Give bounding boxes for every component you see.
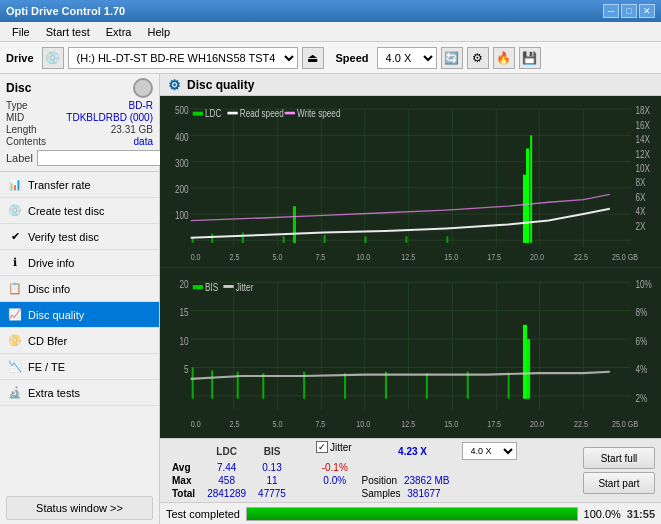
svg-rect-103 — [508, 373, 510, 399]
disc-mid-val: TDKBLDRBD (000) — [66, 112, 153, 123]
menu-start-test[interactable]: Start test — [38, 24, 98, 40]
svg-rect-99 — [344, 373, 346, 399]
sidebar-item-verify-test-disc[interactable]: ✔ Verify test disc — [0, 224, 159, 250]
progress-bar-container — [246, 507, 578, 521]
svg-rect-55 — [227, 112, 237, 115]
refresh-button[interactable]: 🔄 — [441, 47, 463, 69]
svg-text:16X: 16X — [635, 119, 650, 131]
svg-text:20.0: 20.0 — [530, 252, 544, 262]
action-buttons: Start full Start part — [583, 447, 655, 494]
create-test-disc-icon: 💿 — [8, 204, 22, 218]
svg-rect-0 — [160, 96, 661, 267]
svg-text:Read speed: Read speed — [240, 107, 284, 119]
disc-label-row: Label 🔍 — [6, 149, 153, 167]
chart2-svg: 20 15 10 5 10% 8% 6% 4% 2% 0.0 2.5 5.0 7… — [160, 268, 661, 439]
svg-text:12.5: 12.5 — [401, 417, 415, 428]
sidebar-item-label: Verify test disc — [28, 231, 99, 243]
avg-ldc: 7.44 — [201, 461, 252, 474]
start-part-button[interactable]: Start part — [583, 472, 655, 494]
svg-rect-52 — [530, 135, 532, 243]
sidebar-item-create-test-disc[interactable]: 💿 Create test disc — [0, 198, 159, 224]
svg-rect-102 — [467, 371, 469, 398]
svg-rect-94 — [192, 367, 194, 398]
speed-select[interactable]: 4.0 X — [377, 47, 437, 69]
status-window-button[interactable]: Status window >> — [6, 496, 153, 520]
svg-text:Jitter: Jitter — [236, 280, 254, 293]
sidebar-item-disc-quality[interactable]: 📈 Disc quality — [0, 302, 159, 328]
max-jitter: 0.0% — [312, 474, 356, 487]
svg-text:18X: 18X — [635, 104, 650, 116]
close-button[interactable]: ✕ — [639, 4, 655, 18]
speed-label: Speed — [336, 52, 369, 64]
svg-text:2%: 2% — [635, 391, 647, 404]
minimize-button[interactable]: ─ — [603, 4, 619, 18]
extra-tests-icon: 🔬 — [8, 386, 22, 400]
settings-button[interactable]: ⚙ — [467, 47, 489, 69]
disc-type-val: BD-R — [129, 100, 153, 111]
transfer-rate-icon: 📊 — [8, 178, 22, 192]
svg-text:10.0: 10.0 — [356, 252, 370, 262]
start-full-button[interactable]: Start full — [583, 447, 655, 469]
stats-speed-select[interactable]: 4.0 X — [462, 442, 517, 460]
svg-text:8X: 8X — [635, 176, 646, 188]
jitter-checkbox[interactable]: ✓ — [316, 441, 328, 453]
disc-length-val: 23.31 GB — [111, 124, 153, 135]
disc-type-key: Type — [6, 100, 28, 111]
samples-label: Samples 381677 — [356, 487, 456, 500]
svg-rect-100 — [385, 371, 387, 398]
svg-text:0.0: 0.0 — [191, 252, 201, 262]
svg-text:4%: 4% — [635, 362, 647, 375]
sidebar-item-extra-tests[interactable]: 🔬 Extra tests — [0, 380, 159, 406]
svg-text:12X: 12X — [635, 148, 650, 160]
svg-text:25.0 GB: 25.0 GB — [612, 417, 638, 428]
bottom-status-bar: Test completed 100.0% 31:55 — [160, 502, 661, 524]
disc-contents-row: Contents data — [6, 136, 153, 147]
svg-text:5.0: 5.0 — [272, 252, 282, 262]
sidebar-item-drive-info[interactable]: ℹ Drive info — [0, 250, 159, 276]
svg-text:4X: 4X — [635, 205, 646, 217]
svg-text:5.0: 5.0 — [272, 417, 282, 428]
svg-text:12.5: 12.5 — [401, 252, 415, 262]
chart2-container: 20 15 10 5 10% 8% 6% 4% 2% 0.0 2.5 5.0 7… — [160, 268, 661, 439]
disc-header: Disc — [6, 78, 153, 98]
disc-length-key: Length — [6, 124, 37, 135]
disc-label-key: Label — [6, 152, 33, 164]
fe-te-icon: 📉 — [8, 360, 22, 374]
svg-text:15.0: 15.0 — [444, 252, 458, 262]
disc-quality-icon: 📈 — [8, 308, 22, 322]
drive-select[interactable]: (H:) HL-DT-ST BD-RE WH16NS58 TST4 — [68, 47, 298, 69]
svg-rect-59 — [160, 268, 661, 439]
sidebar-item-label: Drive info — [28, 257, 74, 269]
eject-button[interactable]: ⏏ — [302, 47, 324, 69]
svg-text:17.5: 17.5 — [487, 417, 501, 428]
maximize-button[interactable]: □ — [621, 4, 637, 18]
disc-label-input[interactable] — [37, 150, 170, 166]
avg-bis: 0.13 — [252, 461, 292, 474]
save-button[interactable]: 💾 — [519, 47, 541, 69]
menu-help[interactable]: Help — [139, 24, 178, 40]
svg-rect-95 — [211, 370, 213, 398]
burn-button[interactable]: 🔥 — [493, 47, 515, 69]
disc-contents-val: data — [134, 136, 153, 147]
total-bis: 47775 — [252, 487, 292, 500]
svg-text:300: 300 — [175, 157, 189, 169]
samples-val: 381677 — [407, 488, 440, 499]
svg-rect-42 — [211, 234, 213, 243]
svg-rect-105 — [527, 339, 530, 399]
sidebar-item-label: CD Bfer — [28, 335, 67, 347]
svg-text:10X: 10X — [635, 162, 650, 174]
disc-mid-key: MID — [6, 112, 24, 123]
menu-file[interactable]: File — [4, 24, 38, 40]
position-label: Position 23862 MB — [356, 474, 456, 487]
sidebar-item-transfer-rate[interactable]: 📊 Transfer rate — [0, 172, 159, 198]
svg-rect-47 — [405, 236, 407, 243]
status-text: Test completed — [166, 508, 240, 520]
sidebar-item-cd-bfer[interactable]: 📀 CD Bfer — [0, 328, 159, 354]
svg-text:8%: 8% — [635, 305, 647, 318]
avg-jitter: -0.1% — [312, 461, 356, 474]
sidebar-item-fe-te[interactable]: 📉 FE / TE — [0, 354, 159, 380]
menu-extra[interactable]: Extra — [98, 24, 140, 40]
status-time: 31:55 — [627, 508, 655, 520]
sidebar-item-disc-info[interactable]: 📋 Disc info — [0, 276, 159, 302]
disc-contents-key: Contents — [6, 136, 46, 147]
